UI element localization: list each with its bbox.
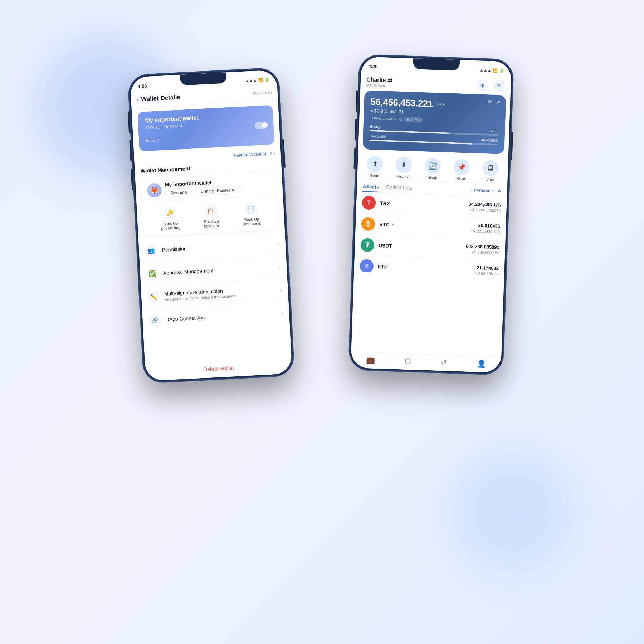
nav-profile[interactable]: 👤 <box>477 359 486 368</box>
balance-currency: TRX <box>435 101 445 107</box>
add-asset-button[interactable]: ⊕ <box>498 188 501 193</box>
nav-assets[interactable]: 💼 <box>366 355 375 364</box>
right-battery-icon: 🔋 <box>499 68 504 73</box>
stake-label: Stake <box>456 176 467 181</box>
wifi-icon: 📶 <box>258 77 264 82</box>
trx-name: TRX <box>380 200 464 209</box>
backup-private-key[interactable]: 🔑 Back Upprivate key <box>160 206 181 231</box>
nav-history-icon: ↺ <box>441 358 447 367</box>
asset-list: T TRX 34,234,453.126 ≈$ 2,760,842,982 ₿ … <box>354 192 507 277</box>
send-label: Send <box>370 173 379 178</box>
approval-icon: ✅ <box>146 267 159 280</box>
non-hd-badge: Non-HD <box>404 117 423 123</box>
backup-key-icon: 🔑 <box>163 206 177 220</box>
expand-icon[interactable]: ↗ <box>496 99 501 106</box>
page-title: Wallet Details <box>141 94 181 103</box>
permission-text: Permission <box>162 241 274 253</box>
send-action[interactable]: ⬆ Send <box>367 156 383 178</box>
left-phone-screen: 4:20 ▲▲▲ 📶 🔋 ‹ Wallet Details MainChain <box>130 70 292 381</box>
backup-keystore[interactable]: 📋 Back Upkeystore <box>203 204 219 228</box>
permission-arrow: › <box>278 240 280 247</box>
energy-label: Energy <box>370 125 381 129</box>
approval-text: Approval Management <box>163 264 275 276</box>
right-wifi-icon: 📶 <box>493 68 498 73</box>
stake-action[interactable]: 📌 Stake <box>453 159 470 181</box>
backup-mnemonic[interactable]: 📄 Back Upmnemonic <box>242 202 261 226</box>
dapp-title: DApp Connection <box>165 311 277 322</box>
backup-keystore-label: Back Upkeystore <box>204 219 219 228</box>
nav-middle[interactable]: ⬡ <box>405 357 411 366</box>
balance-copy-icon[interactable]: ⧉ <box>399 117 402 121</box>
receive-icon-btn[interactable]: ⊕ <box>476 79 489 92</box>
permission-icon: 👥 <box>145 244 158 257</box>
usdt-name: USDT <box>379 243 462 251</box>
copy-icon[interactable]: ⧉ <box>179 123 182 128</box>
swap-action[interactable]: 🔄 Swap <box>424 158 441 180</box>
right-header-icons: ⊕ ⟳ <box>476 79 505 92</box>
wallet-toggle[interactable] <box>255 121 268 129</box>
vote-action[interactable]: 🗳 Vote <box>482 160 499 182</box>
wallet-index: Index 0 <box>146 132 267 143</box>
eth-name: ETH <box>378 264 472 273</box>
vote-icon: 🗳 <box>482 160 499 176</box>
rename-button[interactable]: Rename <box>165 188 193 198</box>
right-chain-label: MainChain <box>366 83 392 88</box>
quick-actions: ⬆ Send ⬇ Receive 🔄 Swap 📌 Stake <box>357 153 508 184</box>
energy-value: 37/60 <box>489 129 498 133</box>
user-name[interactable]: Charlie ⇄ <box>366 76 392 83</box>
visibility-icon[interactable]: 👁 <box>487 99 493 106</box>
receive-label: Receive <box>396 174 411 179</box>
usdt-amount: 602,786.035091 <box>466 243 499 250</box>
menu-items-container: 👥 Permission › ✅ Approval Management › <box>138 232 290 332</box>
multisig-icon: ✏️ <box>147 290 160 304</box>
wallet-card: My important wallet THPvaU...Fhn5YC ⧉ In… <box>137 105 274 152</box>
backup-mnemonic-icon: 📄 <box>244 202 258 215</box>
btc-usd: ≈$ 1555,934,813 <box>470 228 500 234</box>
btc-amounts: 30.810455 ≈$ 1555,934,813 <box>470 222 500 234</box>
btc-verified: ✓ <box>391 222 394 227</box>
balance-card: 👁 ↗ 56,456,453.221 TRX ≈ $3,951,951.71 T… <box>362 90 506 154</box>
wallet-name-info: My important wallet Rename Change Passwo… <box>165 176 271 197</box>
right-status-time: 4:20 <box>368 63 378 69</box>
btc-logo: ₿ <box>361 217 375 231</box>
backup-keystore-icon: 📋 <box>204 204 218 218</box>
chain-label: MainChain <box>253 90 272 96</box>
nav-history[interactable]: ↺ <box>441 358 447 367</box>
battery-icon: 🔋 <box>265 77 270 82</box>
bandwidth-label: Bandwidth <box>369 134 386 139</box>
management-card: 🦊 My important wallet Rename Change Pass… <box>141 171 279 236</box>
related-wallets-label: Related Wallet(s) : 2 <box>233 151 272 158</box>
related-wallets-arrow: › <box>273 151 275 156</box>
left-header-left: ‹ Wallet Details <box>137 93 181 103</box>
backup-mnemonic-label: Back Upmnemonic <box>243 217 261 226</box>
back-button[interactable]: ‹ <box>137 96 139 103</box>
swap-label: Swap <box>428 175 438 180</box>
change-password-button[interactable]: Change Password <box>195 185 241 196</box>
tab-collectibles[interactable]: Collectibles <box>386 181 412 194</box>
balance-addr-text: THPwer...5wtfYC <box>370 116 397 121</box>
balance-card-icons: 👁 ↗ <box>487 99 501 106</box>
tab-assets[interactable]: Assets <box>362 180 379 192</box>
trx-amount: 34,234,453.126 <box>468 201 501 208</box>
trx-amounts: 34,234,453.126 ≈$ 2,760,842,982 <box>468 201 501 213</box>
left-status-time: 4:20 <box>137 83 147 89</box>
eth-amount: 21.174682 <box>476 265 499 271</box>
left-status-icons: ▲▲▲ 📶 🔋 <box>245 77 270 83</box>
scan-icon-btn[interactable]: ⟳ <box>493 80 505 92</box>
usdt-logo: ₮ <box>360 238 374 252</box>
usdt-usd: ≈$ 606,000.199 <box>465 249 499 255</box>
stake-icon: 📌 <box>454 159 470 175</box>
eth-logo: Ξ <box>360 259 374 273</box>
preference-button[interactable]: ↕ Preference <box>470 187 495 193</box>
trx-usd: ≈$ 2,760,842,982 <box>468 207 501 213</box>
dapp-arrow: › <box>281 310 283 317</box>
right-phone-screen: 4:20 ▲▲▲ 📶 🔋 Charlie ⇄ MainChain ⊕ <box>351 57 512 373</box>
right-phone: 4:20 ▲▲▲ 📶 🔋 Charlie ⇄ MainChain ⊕ <box>349 55 513 375</box>
btc-name: BTC ✓ <box>379 221 467 230</box>
multisig-text: Multi-signature transaction Request or p… <box>164 285 276 302</box>
tab-right-controls: ↕ Preference ⊕ <box>470 187 501 194</box>
receive-icon: ⬇ <box>396 157 412 174</box>
nav-middle-icon: ⬡ <box>405 357 411 366</box>
right-signal-icon: ▲▲▲ <box>479 68 491 72</box>
receive-action[interactable]: ⬇ Receive <box>396 157 412 179</box>
